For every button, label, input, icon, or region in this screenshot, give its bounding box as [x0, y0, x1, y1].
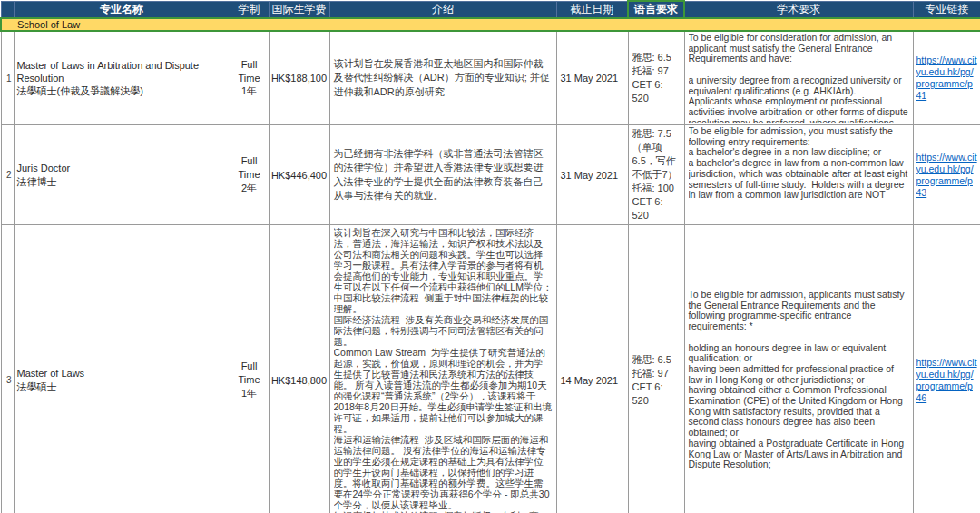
program-name-zh: 法律博士	[17, 175, 227, 188]
cell-intro[interactable]: 为已经拥有非法律学科（或非普通法司法管辖区的法律学位）并希望进入香港法律专业或想…	[329, 125, 556, 225]
table-row: 1 Master of Laws in Arbitration and Disp…	[1, 31, 980, 125]
cell-program-link[interactable]: https://www.cityu.edu.hk/pg/programme/p4…	[913, 225, 980, 513]
cell-program-link[interactable]: https://www.cityu.edu.hk/pg/programme/p4…	[913, 31, 980, 125]
intro-text: 该计划旨在深入研究与中国和比较法，国际经济法，普通法，海洋运输法，知识产权和技术…	[334, 227, 553, 513]
language-req-text: 雅思: 6.5 托福: 97 CET 6: 520	[632, 353, 681, 408]
study-mode: Full Time	[230, 58, 269, 85]
cell-deadline[interactable]: 31 May 2021	[556, 31, 628, 125]
header-intro[interactable]: 介绍	[329, 1, 556, 18]
academic-req-text: To be eligible for admission, you must s…	[689, 126, 909, 202]
cell-academic-req[interactable]: To be eligible for consideration for adm…	[684, 31, 913, 125]
programs-table: 专业名称 学制 国际生学费 介绍 截止日期 语言要求 学术要求 专业链接 Sch…	[0, 0, 980, 513]
intro-text: 该计划旨在发展香港和亚太地区国内和国际仲裁及替代性纠纷解决（ADR）方面的专业知…	[334, 57, 553, 99]
row-number[interactable]: 1	[1, 31, 14, 125]
language-req-text: 雅思: 7.5（单项6.5，写作不低于7） 托福: 100 CET 6: 520	[632, 127, 681, 222]
group-row: School of Law	[1, 18, 980, 31]
cell-duration[interactable]: Full Time 1年	[230, 31, 269, 125]
cell-tuition[interactable]: HK$148,800	[269, 225, 329, 513]
cell-language-req[interactable]: 雅思: 6.5 托福: 97 CET 6: 520	[628, 31, 684, 125]
cell-program-name[interactable]: Master of Laws 法學碩士	[14, 225, 230, 513]
header-language-req[interactable]: 语言要求	[628, 1, 684, 18]
cell-intro[interactable]: 该计划旨在发展香港和亚太地区国内和国际仲裁及替代性纠纷解决（ADR）方面的专业知…	[329, 31, 556, 125]
program-link[interactable]: https://www.cityu.edu.hk/pg/programme/p4…	[916, 54, 977, 101]
language-req-text: 雅思: 6.5 托福: 97 CET 6: 520	[632, 51, 681, 105]
study-years: 1年	[230, 84, 269, 98]
cell-language-req[interactable]: 雅思: 7.5（单项6.5，写作不低于7） 托福: 100 CET 6: 520	[628, 125, 684, 225]
cell-deadline[interactable]: 31 May 2021	[556, 125, 628, 225]
header-deadline[interactable]: 截止日期	[556, 1, 628, 18]
cell-duration[interactable]: Full Time 1年	[230, 225, 269, 513]
program-name-zh: 法學碩士	[17, 380, 227, 393]
study-mode: Full Time	[230, 360, 269, 387]
program-name-en: Master of Laws	[17, 367, 227, 380]
study-years: 1年	[230, 387, 269, 400]
cell-academic-req[interactable]: To be eligible for admission, you must s…	[684, 125, 913, 225]
header-program-link[interactable]: 专业链接	[913, 1, 980, 18]
header-rownum[interactable]	[1, 1, 14, 18]
intro-text: 为已经拥有非法律学科（或非普通法司法管辖区的法律学位）并希望进入香港法律专业或想…	[334, 147, 553, 202]
cell-tuition[interactable]: HK$188,100	[269, 31, 329, 125]
cell-intro[interactable]: 该计划旨在深入研究与中国和比较法，国际经济法，普通法，海洋运输法，知识产权和技术…	[329, 225, 556, 513]
program-link[interactable]: https://www.cityu.edu.hk/pg/programme/p4…	[916, 357, 977, 403]
table-row: 2 Juris Doctor 法律博士 Full Time 2年 HK$446,…	[1, 125, 980, 225]
cell-language-req[interactable]: 雅思: 6.5 托福: 97 CET 6: 520	[628, 225, 684, 513]
study-mode: Full Time	[230, 154, 269, 182]
header-row: 专业名称 学制 国际生学费 介绍 截止日期 语言要求 学术要求 专业链接	[1, 1, 980, 18]
group-label-school-of-law[interactable]: School of Law	[1, 18, 980, 31]
cell-academic-req[interactable]: To be eligible for admission, applicants…	[684, 225, 913, 513]
cell-tuition[interactable]: HK$446,400	[269, 125, 329, 225]
academic-req-text: To be eligible for admission, applicants…	[689, 290, 909, 470]
header-tuition[interactable]: 国际生学费	[269, 1, 329, 18]
header-academic-req[interactable]: 学术要求	[684, 1, 913, 18]
row-number[interactable]: 3	[1, 225, 14, 513]
study-years: 2年	[230, 182, 269, 195]
row-number[interactable]: 2	[1, 125, 14, 225]
academic-req-text: To be eligible for consideration for adm…	[689, 33, 909, 123]
table-row: 3 Master of Laws 法學碩士 Full Time 1年 HK$14…	[1, 225, 980, 513]
cell-program-name[interactable]: Master of Laws in Arbitration and Disput…	[14, 31, 230, 125]
cell-program-link[interactable]: https://www.cityu.edu.hk/pg/programme/p4…	[913, 125, 980, 225]
program-name-en: Juris Doctor	[17, 162, 227, 174]
program-name-zh: 法學碩士(仲裁及爭議解決學)	[17, 84, 227, 97]
cell-duration[interactable]: Full Time 2年	[230, 125, 269, 225]
header-duration[interactable]: 学制	[230, 1, 269, 18]
cell-deadline[interactable]: 14 May 2021	[556, 225, 628, 513]
header-program-name[interactable]: 专业名称	[14, 1, 230, 18]
program-link[interactable]: https://www.cityu.edu.hk/pg/programme/p4…	[916, 152, 977, 198]
program-name-en: Master of Laws in Arbitration and Disput…	[17, 59, 227, 84]
cell-program-name[interactable]: Juris Doctor 法律博士	[14, 125, 230, 225]
